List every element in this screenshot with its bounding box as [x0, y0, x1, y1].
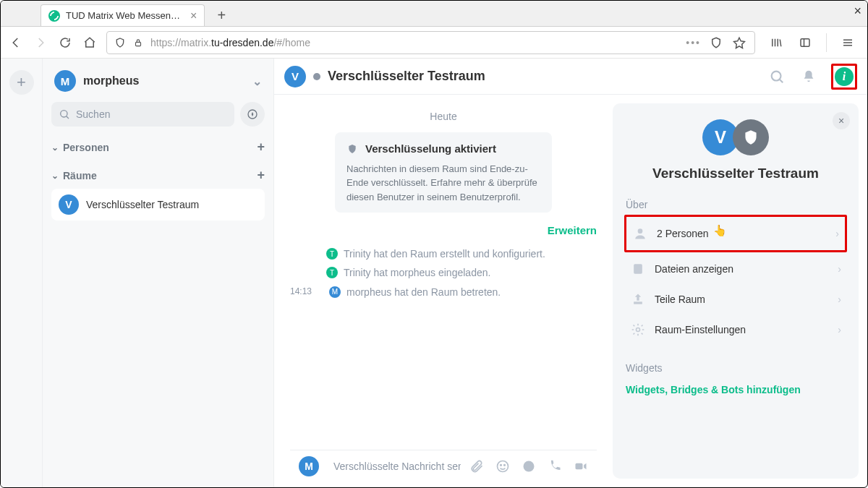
files-item[interactable]: Dateien anzeigen ›	[626, 254, 846, 284]
expand-button[interactable]: Erweitern	[290, 224, 597, 236]
share-label: Teile Raum	[655, 294, 705, 305]
svg-marker-22	[584, 463, 586, 468]
lock-icon[interactable]	[133, 38, 143, 48]
sticker-icon[interactable]	[522, 459, 536, 474]
files-icon	[630, 261, 646, 277]
chevron-down-icon: ⌄	[252, 74, 262, 88]
message-composer: M Verschlüsselte Nachricht sen	[290, 450, 597, 481]
about-section-label: Über	[626, 199, 846, 210]
add-person-button[interactable]: +	[257, 140, 265, 155]
svg-point-17	[498, 461, 509, 471]
svg-point-19	[504, 464, 506, 466]
encryption-notice-body: Nachrichten in diesem Raum sind Ende-zu-…	[346, 162, 540, 205]
date-separator: Heute	[290, 111, 597, 122]
chevron-right-icon: ›	[838, 324, 841, 335]
bookmark-star-icon[interactable]	[731, 35, 747, 51]
svg-line-5	[780, 39, 781, 46]
encryption-notice-card: Verschlüsselung aktiviert Nachrichten in…	[335, 132, 552, 213]
user-menu[interactable]: M morpheus ⌄	[51, 66, 265, 96]
add-room-button[interactable]: +	[257, 168, 265, 183]
tab-favicon	[48, 10, 60, 22]
share-icon	[630, 291, 646, 307]
event-text: morpheus hat den Raum betreten.	[346, 285, 501, 299]
files-label: Dateien anzeigen	[655, 263, 733, 275]
attach-icon[interactable]	[469, 459, 484, 474]
nav-back-icon[interactable]	[8, 35, 24, 51]
explore-button[interactable]	[240, 102, 265, 127]
close-panel-button[interactable]: ×	[833, 112, 850, 129]
reload-icon[interactable]	[57, 35, 73, 51]
window-close-icon[interactable]: ×	[854, 4, 861, 19]
svg-rect-6	[801, 38, 809, 46]
room-list-item[interactable]: V Verschlüsselter Testraum	[51, 189, 265, 221]
composer-input[interactable]: Verschlüsselte Nachricht sen	[328, 461, 461, 472]
chevron-right-icon: ›	[838, 263, 841, 275]
people-label: 2 Personen	[657, 228, 709, 239]
add-widgets-link[interactable]: Widgets, Bridges & Bots hinzufügen	[626, 384, 846, 395]
room-header-avatar: V	[284, 66, 306, 87]
chevron-down-icon: ⌄	[51, 142, 59, 153]
encryption-shield-icon	[733, 119, 769, 155]
timeline: Heute Verschlüsselung aktiviert Nachrich…	[274, 95, 613, 487]
search-placeholder: Suchen	[76, 108, 110, 120]
menu-icon[interactable]	[840, 35, 856, 51]
member-avatar: T	[326, 248, 338, 260]
new-tab-button[interactable]: +	[210, 4, 232, 26]
chevron-right-icon: ›	[835, 228, 839, 239]
people-item[interactable]: 2 Personen 👆 ›	[628, 218, 843, 249]
svg-point-20	[524, 461, 535, 471]
svg-marker-1	[734, 38, 745, 48]
sidebar-icon[interactable]	[797, 35, 813, 51]
voice-call-icon[interactable]	[548, 459, 562, 474]
svg-rect-21	[576, 463, 583, 468]
chevron-right-icon: ›	[838, 294, 841, 305]
tracking-shield-icon[interactable]	[114, 37, 126, 48]
encryption-notice-title: Verschlüsselung aktiviert	[365, 141, 496, 158]
event-timestamp: 14:13	[290, 286, 323, 296]
encryption-indicator-icon	[313, 73, 320, 80]
address-bar[interactable]: https://matrix.tu-dresden.de/#/home •••	[106, 31, 755, 54]
room-panel-avatars: V	[626, 119, 846, 155]
room-info-button[interactable]: i	[835, 67, 854, 86]
gear-icon	[630, 322, 646, 338]
svg-point-15	[772, 71, 781, 80]
permissions-shield-icon[interactable]	[708, 35, 724, 51]
svg-point-11	[61, 111, 67, 117]
emoji-icon[interactable]	[495, 459, 510, 474]
people-section-label: Personen	[63, 142, 109, 153]
rooms-section-header[interactable]: ⌄ Räume +	[51, 168, 265, 183]
create-space-button[interactable]: +	[9, 70, 34, 95]
url-text: https://matrix.tu-dresden.de/#/home	[150, 37, 678, 48]
person-icon	[632, 226, 648, 241]
settings-label: Raum-Einstellungen	[655, 324, 746, 335]
people-section-header[interactable]: ⌄ Personen +	[51, 140, 265, 155]
tab-close-icon[interactable]: ×	[190, 10, 197, 22]
library-icon[interactable]	[768, 35, 784, 51]
pointer-cursor-icon: 👆	[713, 224, 727, 237]
room-list-sidebar: M morpheus ⌄ Suchen ⌄ Personen + ⌄	[43, 59, 274, 487]
room-header: V Verschlüsselter Testraum i	[274, 59, 867, 95]
room-title: Verschlüsselter Testraum	[328, 69, 485, 84]
tab-title: TUD Matrix Web Messen…	[66, 10, 180, 21]
people-item-highlight: 2 Personen 👆 ›	[624, 215, 847, 252]
member-avatar: T	[326, 267, 338, 278]
page-actions-icon[interactable]: •••	[686, 37, 701, 48]
browser-tab-bar: TUD Matrix Web Messen… × + ×	[1, 1, 867, 27]
notifications-icon[interactable]	[799, 67, 818, 86]
event-text: Trinity hat morpheus eingeladen.	[344, 265, 490, 280]
event-text: Trinity hat den Raum erstellt und konfig…	[344, 247, 545, 261]
home-icon[interactable]	[82, 35, 98, 51]
settings-item[interactable]: Raum-Einstellungen ›	[626, 314, 846, 345]
browser-tab[interactable]: TUD Matrix Web Messen… ×	[41, 4, 205, 26]
svg-point-18	[501, 464, 502, 466]
room-search-icon[interactable]	[767, 67, 786, 86]
widgets-section-label: Widgets	[626, 362, 846, 374]
share-item[interactable]: Teile Raum ›	[626, 284, 846, 314]
svg-rect-0	[136, 42, 141, 46]
svg-point-23	[638, 228, 643, 234]
svg-line-16	[780, 79, 783, 82]
video-call-icon[interactable]	[574, 459, 588, 474]
search-input[interactable]: Suchen	[51, 102, 234, 127]
svg-rect-25	[634, 301, 642, 304]
rooms-section-label: Räume	[63, 170, 97, 181]
